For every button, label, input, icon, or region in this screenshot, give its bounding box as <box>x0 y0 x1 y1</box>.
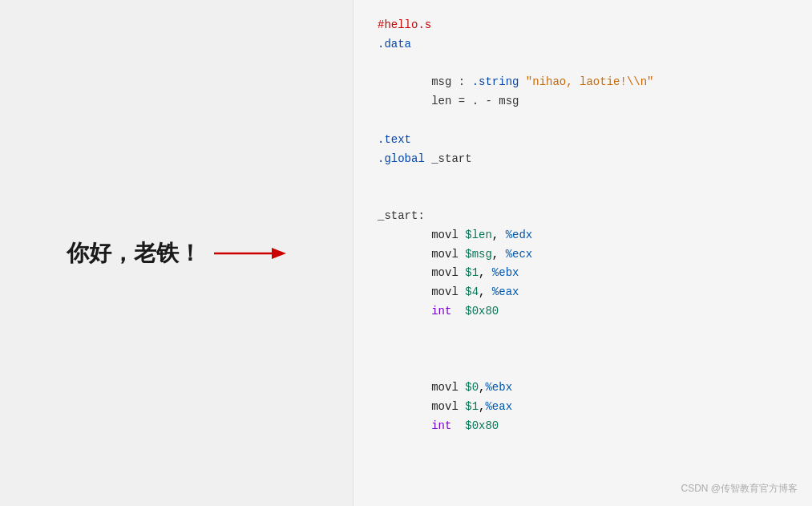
code-line-19 <box>378 359 788 378</box>
code-line-13: movl $msg, %ecx <box>378 245 788 265</box>
arrow-icon <box>214 244 286 263</box>
code-line-21: movl $1,%eax <box>378 398 788 417</box>
code-line-12: movl $len, %edx <box>378 226 788 245</box>
code-line-4: msg : .string "nihao, laotie!\\n" <box>378 73 788 92</box>
left-panel: 你好，老铁！ <box>0 0 353 506</box>
code-line-18 <box>378 341 788 360</box>
code-line-16: int $0x80 <box>378 302 788 322</box>
code-line-7: .text <box>378 131 788 150</box>
code-line-9 <box>378 168 788 188</box>
code-line-20: movl $0,%ebx <box>378 378 788 398</box>
code-line-1: #hello.s <box>378 16 788 35</box>
svg-marker-1 <box>272 248 286 259</box>
code-line-3 <box>378 55 788 74</box>
chinese-text: 你好，老铁！ <box>67 238 201 269</box>
chinese-label: 你好，老铁！ <box>67 238 286 269</box>
watermark: CSDN @传智教育官方博客 <box>681 480 798 496</box>
code-line-17 <box>378 322 788 341</box>
code-line-11: _start: <box>378 207 788 226</box>
code-line-6 <box>378 111 788 131</box>
code-line-15: movl $4, %eax <box>378 283 788 302</box>
code-line-22: int $0x80 <box>378 417 788 436</box>
code-line-14: movl $1, %ebx <box>378 264 788 283</box>
code-line-2: .data <box>378 35 788 55</box>
code-line-8: .global _start <box>378 150 788 169</box>
code-line-5: len = . - msg <box>378 92 788 111</box>
code-line-10 <box>378 188 788 207</box>
code-panel: #hello.s .data msg : .string "nihao, lao… <box>353 0 812 506</box>
